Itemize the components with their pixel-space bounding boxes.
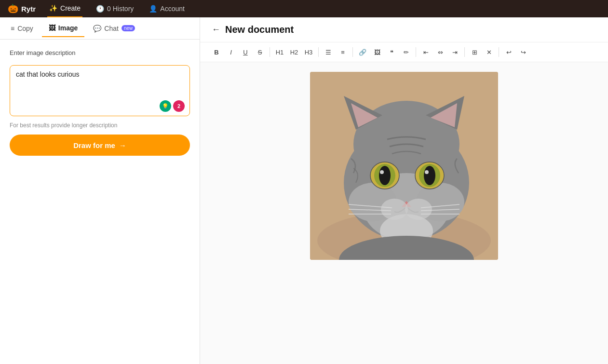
svg-point-13 (379, 166, 391, 185)
toolbar-underline[interactable]: U (239, 45, 252, 59)
doc-title: New document (225, 24, 294, 35)
history-icon: 🕐 (96, 5, 104, 13)
toolbar-h1[interactable]: H1 (273, 45, 286, 59)
image-description-label: Enter image description (10, 49, 190, 56)
toolbar-blockquote[interactable]: ❝ (385, 45, 398, 59)
sub-tabs: ≡ Copy 🖼 Image 💬 Chat new (0, 17, 200, 40)
tab-chat[interactable]: 💬 Chat new (86, 20, 142, 37)
tab-chat-label: Chat (104, 25, 119, 32)
toolbar-divider-2 (318, 47, 319, 57)
toolbar-strikethrough[interactable]: S (253, 45, 267, 59)
svg-point-14 (380, 170, 384, 174)
toolbar-divider-6 (499, 47, 499, 57)
doc-body (200, 62, 608, 364)
hint-text: For best results provide longer descript… (10, 122, 190, 129)
toolbar-align-left[interactable]: ⇤ (419, 45, 432, 59)
nav-history[interactable]: 🕐 0 History (94, 0, 135, 17)
image-textarea-wrapper: <span class="squiggle">cat</span> that l… (10, 65, 190, 116)
doc-header: ← New document (200, 17, 608, 42)
textarea-avatars: 💡 2 (160, 100, 185, 112)
toolbar-undo[interactable]: ↩ (502, 45, 515, 59)
nav-account[interactable]: 👤 Account (147, 0, 187, 17)
draw-button-label: Draw for me (73, 141, 115, 149)
toolbar-align-center[interactable]: ⇔ (433, 45, 447, 59)
left-panel: ≡ Copy 🖼 Image 💬 Chat new Enter image de… (0, 17, 200, 364)
image-icon: 🖼 (49, 24, 55, 32)
logo[interactable]: 🎃 Rytr (8, 3, 36, 14)
toolbar-clear[interactable]: ✕ (482, 45, 496, 59)
left-content: Enter image description <span class="squ… (0, 40, 200, 165)
logo-icon: 🎃 (8, 3, 18, 14)
right-panel: ← New document B I U S H1 H2 H3 ☰ ≡ 🔗 🖼 … (200, 17, 608, 364)
chat-icon: 💬 (93, 25, 101, 32)
toolbar-bold[interactable]: B (210, 45, 223, 59)
toolbar-table[interactable]: ⊞ (468, 45, 481, 59)
svg-point-19 (425, 170, 429, 174)
toolbar-divider-4 (416, 47, 416, 57)
toolbar-image[interactable]: 🖼 (370, 45, 384, 59)
tab-image-label: Image (58, 24, 78, 32)
toolbar-divider-3 (352, 47, 353, 57)
account-icon: 👤 (149, 5, 157, 13)
nav-history-label: 0 History (107, 5, 134, 13)
toolbar-align-right[interactable]: ⇥ (448, 45, 461, 59)
tab-copy-label: Copy (17, 25, 33, 32)
toolbar-h3[interactable]: H3 (302, 45, 315, 59)
toolbar-italic[interactable]: I (224, 45, 238, 59)
toolbar-divider-5 (464, 47, 465, 57)
toolbar-highlight[interactable]: ✏ (399, 45, 413, 59)
avatar-red: 2 (173, 100, 185, 112)
create-icon: ✨ (49, 4, 57, 12)
toolbar-redo[interactable]: ↪ (516, 45, 530, 59)
nav-create[interactable]: ✨ Create (47, 0, 82, 17)
avatar-green: 💡 (160, 100, 171, 112)
top-nav: 🎃 Rytr ✨ Create 🕐 0 History 👤 Account (0, 0, 608, 17)
main-layout: ≡ Copy 🖼 Image 💬 Chat new Enter image de… (0, 17, 608, 364)
toolbar-h2[interactable]: H2 (287, 45, 301, 59)
chat-badge: new (122, 25, 135, 31)
nav-create-label: Create (60, 4, 81, 12)
toolbar-ordered-list[interactable]: ≡ (336, 45, 350, 59)
toolbar-bullet-list[interactable]: ☰ (322, 45, 335, 59)
tab-image[interactable]: 🖼 Image (42, 20, 84, 37)
svg-point-18 (424, 166, 435, 185)
arrow-icon: → (119, 141, 126, 149)
cat-svg (310, 72, 498, 260)
toolbar: B I U S H1 H2 H3 ☰ ≡ 🔗 🖼 ❝ ✏ ⇤ ⇔ ⇥ ⊞ ✕ ↩… (200, 42, 608, 62)
toolbar-divider-1 (270, 47, 270, 57)
logo-text: Rytr (21, 5, 36, 13)
back-button[interactable]: ← (212, 25, 220, 35)
copy-icon: ≡ (11, 25, 14, 32)
tab-copy[interactable]: ≡ Copy (4, 20, 40, 37)
draw-for-me-button[interactable]: Draw for me → (10, 135, 190, 156)
toolbar-link[interactable]: 🔗 (356, 45, 369, 59)
cat-image (310, 72, 498, 260)
nav-account-label: Account (160, 5, 185, 13)
